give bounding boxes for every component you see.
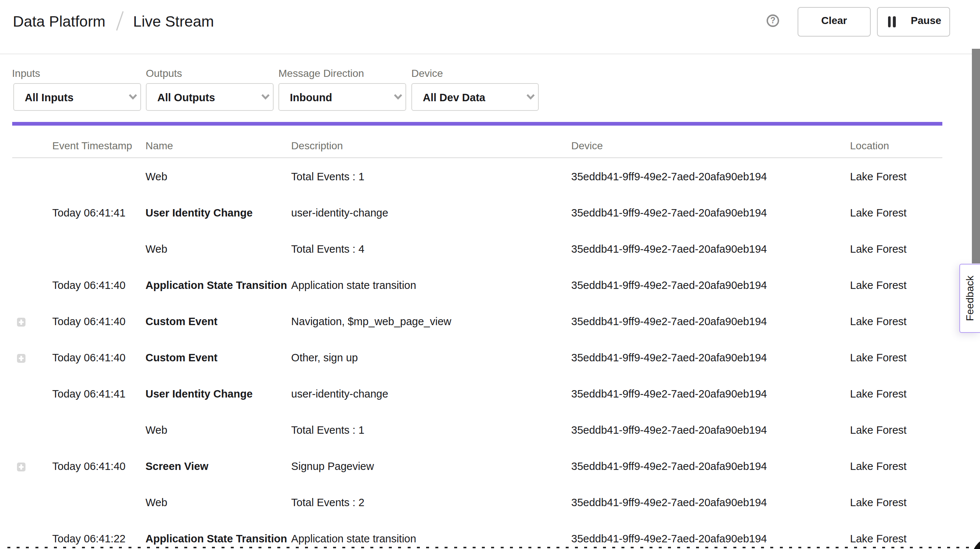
svg-text:?: ? xyxy=(770,16,775,25)
